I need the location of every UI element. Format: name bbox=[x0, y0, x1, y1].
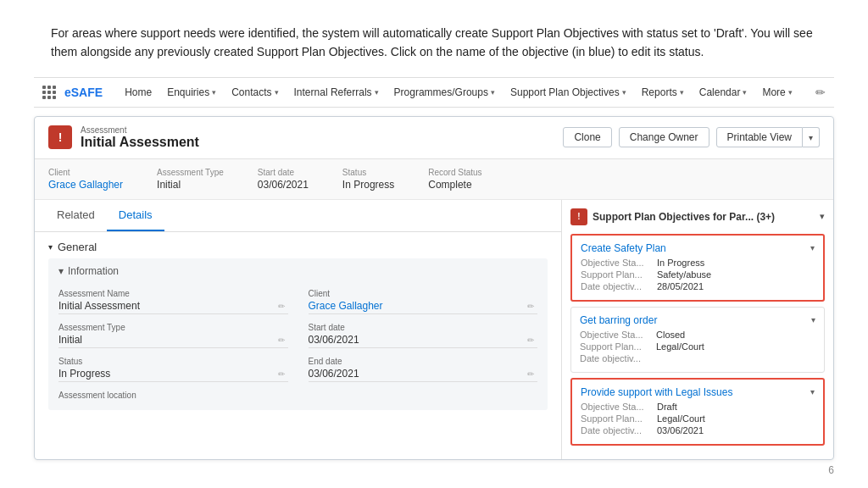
objective-date-row-3: Date objectiv... 03/06/2021 bbox=[581, 425, 815, 435]
nav-programmes-groups[interactable]: Programmes/Groups ▾ bbox=[387, 78, 502, 107]
nav-more[interactable]: More ▾ bbox=[755, 78, 798, 107]
meta-assessment-type-value: Initial bbox=[157, 179, 224, 191]
meta-assessment-type: Assessment Type Initial bbox=[157, 168, 224, 191]
objective-name-2[interactable]: Get barring order bbox=[580, 314, 657, 326]
navigation-bar: eSAFE Home Enquiries ▾ Contacts ▾ Intern… bbox=[34, 77, 834, 108]
meta-assessment-type-label: Assessment Type bbox=[157, 168, 224, 177]
printable-view-group: Printable View ▾ bbox=[716, 127, 821, 147]
meta-start-date: Start date 03/06/2021 bbox=[258, 168, 309, 191]
objective-card-3-header: Provide support with Legal Issues ▾ bbox=[581, 386, 815, 398]
card-body: Related Details ▾ General ▾ Information … bbox=[35, 200, 833, 459]
right-panel-header: ! Support Plan Objectives for Par... (3+… bbox=[570, 208, 825, 225]
field-client-value[interactable]: Grace Gallagher bbox=[309, 300, 538, 314]
grid-icon[interactable] bbox=[42, 86, 56, 99]
edit-icon[interactable]: ✏ bbox=[278, 369, 285, 379]
chevron-down-icon: ▾ bbox=[48, 242, 53, 252]
assessment-icon: ! bbox=[48, 125, 72, 149]
tab-related[interactable]: Related bbox=[45, 200, 107, 231]
assessment-header-left: ! Assessment Initial Assessment bbox=[48, 125, 199, 150]
tab-details[interactable]: Details bbox=[107, 200, 164, 231]
objective-support-plan-row-3: Support Plan... Legal/Court bbox=[581, 413, 815, 424]
section-general: ▾ General bbox=[35, 232, 561, 258]
field-assessment-type-label: Assessment Type bbox=[58, 323, 288, 332]
field-end-date-value: 03/06/2021 bbox=[309, 368, 538, 382]
objective-name-1[interactable]: Create Safety Plan bbox=[581, 242, 666, 254]
objective-card-2: Get barring order ▾ Objective Sta... Clo… bbox=[570, 307, 825, 373]
assessment-title-group: Assessment Initial Assessment bbox=[81, 125, 199, 150]
chevron-down-icon: ▾ bbox=[622, 88, 626, 97]
field-client-label: Client bbox=[309, 289, 538, 298]
nav-home[interactable]: Home bbox=[118, 78, 159, 107]
field-assessment-location-label: Assessment location bbox=[58, 391, 537, 400]
right-panel: ! Support Plan Objectives for Par... (3+… bbox=[562, 200, 833, 459]
field-status: Status In Progress ✏ bbox=[58, 357, 288, 382]
nav-contacts[interactable]: Contacts ▾ bbox=[225, 78, 285, 107]
meta-status-label: Status bbox=[342, 168, 394, 177]
meta-start-date-value: 03/06/2021 bbox=[258, 179, 309, 191]
objective-card-1: Create Safety Plan ▾ Objective Sta... In… bbox=[570, 234, 825, 302]
printable-view-button[interactable]: Printable View bbox=[716, 127, 804, 147]
field-client: Client Grace Gallagher ✏ bbox=[309, 289, 538, 314]
nav-calendar[interactable]: Calendar ▾ bbox=[693, 78, 754, 107]
left-panel: Related Details ▾ General ▾ Information … bbox=[35, 200, 562, 459]
field-end-date: End date 03/06/2021 ✏ bbox=[309, 357, 538, 382]
field-start-date-value: 03/06/2021 bbox=[309, 334, 538, 348]
edit-icon[interactable]: ✏ bbox=[815, 86, 826, 99]
objective-dropdown-1[interactable]: ▾ bbox=[810, 243, 815, 252]
field-assessment-type-value: Initial bbox=[58, 334, 288, 348]
field-start-date: Start date 03/06/2021 ✏ bbox=[309, 323, 538, 348]
chevron-down-icon: ▾ bbox=[743, 88, 747, 97]
objective-dropdown-2[interactable]: ▾ bbox=[811, 315, 815, 324]
nav-internal-referrals[interactable]: Internal Referrals ▾ bbox=[287, 78, 386, 107]
assessment-meta: Client Grace Gallagher Assessment Type I… bbox=[35, 159, 833, 200]
subsection-information: ▾ Information Assessment Name Initial As… bbox=[48, 258, 548, 410]
nav-enquiries[interactable]: Enquiries ▾ bbox=[160, 78, 223, 107]
chevron-down-icon: ▾ bbox=[58, 265, 64, 277]
assessment-title: Initial Assessment bbox=[81, 135, 199, 150]
edit-icon[interactable]: ✏ bbox=[527, 336, 534, 345]
field-assessment-type: Assessment Type Initial ✏ bbox=[58, 323, 288, 348]
clone-button[interactable]: Clone bbox=[563, 127, 611, 147]
objective-date-row-1: Date objectiv... 28/05/2021 bbox=[581, 281, 815, 291]
meta-client: Client Grace Gallagher bbox=[48, 168, 123, 191]
page-number: 6 bbox=[828, 464, 834, 476]
nav-reports[interactable]: Reports ▾ bbox=[635, 78, 691, 107]
field-status-value: In Progress bbox=[58, 368, 288, 382]
printable-view-dropdown[interactable]: ▾ bbox=[803, 127, 820, 147]
field-assessment-location: Assessment location bbox=[58, 391, 537, 400]
chevron-down-icon: ▾ bbox=[788, 88, 793, 97]
edit-icon[interactable]: ✏ bbox=[278, 336, 285, 345]
intro-paragraph: For areas where support needs were ident… bbox=[0, 0, 868, 77]
objective-status-row-2: Objective Sta... Closed bbox=[580, 330, 815, 340]
objective-date-row-2: Date objectiv... bbox=[580, 353, 815, 363]
edit-icon[interactable]: ✏ bbox=[527, 369, 534, 379]
right-panel-dropdown[interactable]: ▾ bbox=[820, 211, 825, 222]
chevron-down-icon: ▾ bbox=[375, 88, 379, 97]
objective-support-plan-row-1: Support Plan... Safety/abuse bbox=[581, 269, 815, 280]
meta-record-status-label: Record Status bbox=[428, 168, 481, 177]
nav-support-plan-objectives[interactable]: Support Plan Objectives ▾ bbox=[504, 78, 633, 107]
objective-card-1-header: Create Safety Plan ▾ bbox=[581, 242, 815, 254]
brand-logo: eSAFE bbox=[64, 86, 103, 99]
field-assessment-name: Assessment Name Initial Assessment ✏ bbox=[58, 289, 288, 314]
meta-start-date-label: Start date bbox=[258, 168, 309, 177]
assessment-breadcrumb: Assessment bbox=[81, 125, 199, 135]
assessment-header: ! Assessment Initial Assessment Clone Ch… bbox=[35, 117, 833, 159]
meta-record-status: Record Status Complete bbox=[428, 168, 481, 191]
meta-client-label: Client bbox=[48, 168, 123, 177]
objective-dropdown-3[interactable]: ▾ bbox=[810, 387, 815, 396]
right-panel-title: Support Plan Objectives for Par... (3+) bbox=[593, 211, 775, 223]
meta-client-value[interactable]: Grace Gallagher bbox=[48, 179, 123, 191]
field-status-label: Status bbox=[58, 357, 288, 366]
field-start-date-label: Start date bbox=[309, 323, 538, 332]
section-general-label: General bbox=[58, 241, 97, 253]
objective-card-3: Provide support with Legal Issues ▾ Obje… bbox=[570, 378, 825, 446]
objective-name-3[interactable]: Provide support with Legal Issues bbox=[581, 386, 732, 398]
objective-support-plan-row-2: Support Plan... Legal/Court bbox=[580, 341, 815, 352]
meta-status: Status In Progress bbox=[342, 168, 394, 191]
change-owner-button[interactable]: Change Owner bbox=[619, 127, 709, 147]
field-assessment-name-label: Assessment Name bbox=[58, 289, 288, 298]
meta-record-status-value: Complete bbox=[428, 179, 481, 191]
edit-icon[interactable]: ✏ bbox=[527, 302, 534, 311]
edit-icon[interactable]: ✏ bbox=[278, 302, 285, 311]
